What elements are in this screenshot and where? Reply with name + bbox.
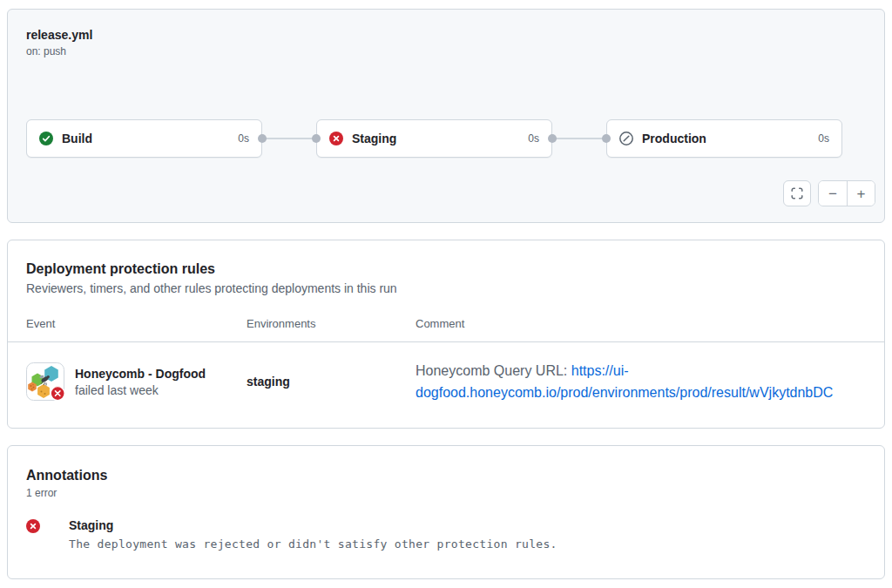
workflow-trigger: on: push [26, 45, 866, 57]
x-circle-failure-icon [329, 132, 343, 145]
skipped-circle-icon [619, 132, 633, 145]
job-node-staging[interactable]: Staging 0s [316, 119, 552, 158]
annotation-message: The deployment was rejected or didn't sa… [69, 537, 558, 551]
rules-panel-header: Deployment protection rules Reviewers, t… [8, 240, 884, 295]
x-circle-error-icon [26, 519, 40, 533]
deployment-protection-rules-panel: Deployment protection rules Reviewers, t… [7, 240, 885, 429]
app-status: failed last week [75, 383, 206, 397]
event-cell: Honeycomb - Dogfood failed last week [26, 362, 247, 401]
job-name: Build [62, 132, 229, 145]
job-duration: 0s [238, 132, 249, 145]
job-node-production[interactable]: Production 0s [606, 119, 842, 158]
workflow-graph-header: release.yml on: push [8, 10, 884, 57]
rules-panel-subtitle: Reviewers, timers, and other rules prote… [26, 281, 866, 295]
job-duration: 0s [818, 132, 829, 145]
job-connector [552, 138, 606, 139]
graph-zoom-controls: − + [783, 180, 875, 206]
plus-icon: + [857, 186, 866, 202]
annotations-title: Annotations [26, 468, 866, 483]
annotations-panel: Annotations 1 error Staging The deployme… [7, 445, 885, 579]
event-app-info: Honeycomb - Dogfood failed last week [75, 367, 206, 397]
annotations-header: Annotations 1 error [8, 446, 884, 499]
honeycomb-app-avatar [26, 362, 64, 401]
workflow-jobs-row: Build 0s Staging 0s [26, 119, 842, 158]
job-duration: 0s [528, 132, 539, 145]
protection-rule-row: Honeycomb - Dogfood failed last week sta… [8, 342, 884, 421]
column-header-environments: Environments [247, 317, 416, 330]
fit-to-view-icon [790, 186, 804, 200]
job-node-build[interactable]: Build 0s [26, 119, 262, 158]
column-header-event: Event [26, 317, 247, 330]
annotation-job-name: Staging [69, 518, 558, 532]
zoom-out-button[interactable]: − [819, 181, 847, 206]
minus-icon: − [828, 186, 837, 202]
rules-panel-title: Deployment protection rules [26, 261, 866, 277]
zoom-in-button[interactable]: + [847, 181, 875, 206]
check-circle-success-icon [39, 132, 53, 145]
annotation-error-item: Staging The deployment was rejected or d… [8, 518, 884, 551]
environment-name: staging [247, 375, 416, 389]
workflow-run-page: release.yml on: push Build 0s [0, 0, 892, 588]
job-name: Production [642, 132, 809, 145]
annotation-body: Staging The deployment was rejected or d… [69, 518, 558, 551]
job-connector [262, 138, 316, 139]
comment-prefix: Honeycomb Query URL: [416, 363, 571, 378]
annotations-error-count: 1 error [26, 487, 866, 499]
zoom-button-group: − + [818, 180, 875, 206]
rules-table-header: Event Environments Comment [8, 317, 884, 342]
app-name: Honeycomb - Dogfood [75, 367, 206, 381]
workflow-graph-panel: release.yml on: push Build 0s [7, 9, 885, 223]
job-name: Staging [352, 132, 519, 145]
fit-to-view-button[interactable] [783, 180, 811, 206]
column-header-comment: Comment [416, 317, 866, 330]
workflow-file-name: release.yml [26, 28, 866, 42]
comment-cell: Honeycomb Query URL: https://ui-dogfood.… [416, 360, 866, 403]
